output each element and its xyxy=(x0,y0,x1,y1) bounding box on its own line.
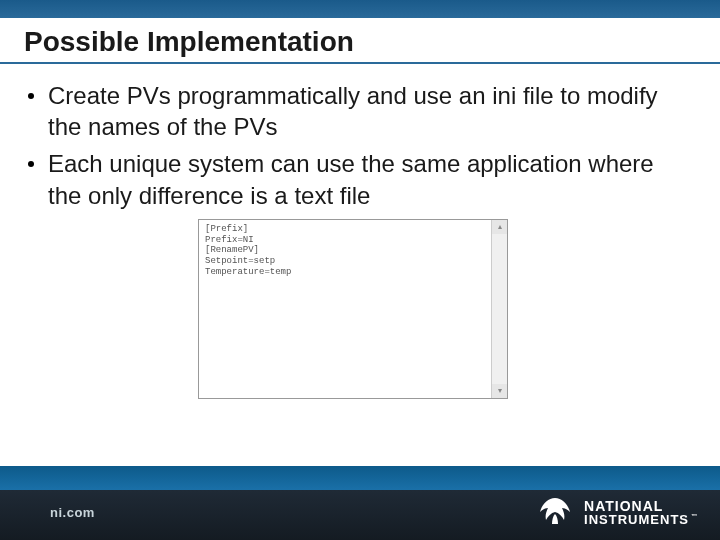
slide-title: Possible Implementation xyxy=(24,26,696,58)
ni-logo-text: NATIONAL INSTRUMENTS™ xyxy=(584,499,698,526)
bullet-dot-icon xyxy=(28,161,34,167)
ini-file-content: [Prefix] Prefix=NI [RenamePV] Setpoint=s… xyxy=(199,220,491,398)
bullet-text: Each unique system can use the same appl… xyxy=(48,148,692,210)
logo-line2: INSTRUMENTS™ xyxy=(584,513,698,526)
content-area: Create PVs programmatically and use an i… xyxy=(0,64,720,399)
ini-file-preview: [Prefix] Prefix=NI [RenamePV] Setpoint=s… xyxy=(198,219,508,399)
scroll-down-icon[interactable]: ▾ xyxy=(492,384,507,398)
footer-url: ni.com xyxy=(50,505,95,520)
eagle-icon xyxy=(534,494,576,530)
scrollbar[interactable]: ▴ ▾ xyxy=(491,220,507,398)
bullet-item: Each unique system can use the same appl… xyxy=(28,148,692,210)
footer-dark-bar: ni.com NATIONAL INSTRUMENTS™ xyxy=(0,490,720,540)
logo-line2-text: INSTRUMENTS xyxy=(584,512,689,527)
bullet-item: Create PVs programmatically and use an i… xyxy=(28,80,692,142)
ni-logo: NATIONAL INSTRUMENTS™ xyxy=(534,494,698,530)
footer: ni.com NATIONAL INSTRUMENTS™ xyxy=(0,466,720,540)
ini-preview-wrap: [Prefix] Prefix=NI [RenamePV] Setpoint=s… xyxy=(198,219,692,399)
top-accent-bar xyxy=(0,0,720,18)
tm-symbol: ™ xyxy=(691,513,698,519)
title-area: Possible Implementation xyxy=(0,18,720,64)
logo-line1: NATIONAL xyxy=(584,499,698,513)
bullet-text: Create PVs programmatically and use an i… xyxy=(48,80,692,142)
footer-accent-bar xyxy=(0,466,720,490)
scroll-up-icon[interactable]: ▴ xyxy=(492,220,507,234)
bullet-dot-icon xyxy=(28,93,34,99)
